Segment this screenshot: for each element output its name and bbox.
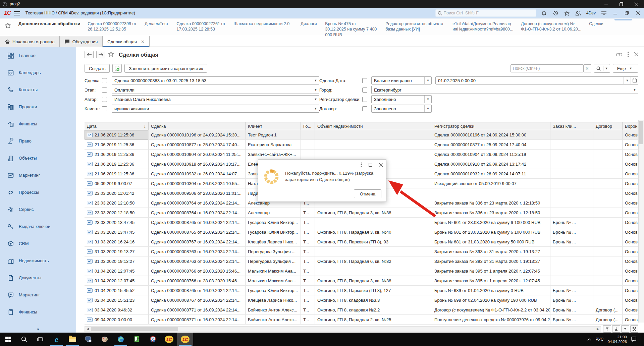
show-desktop-button[interactable] bbox=[641, 333, 643, 346]
next-page-button[interactable] bbox=[621, 325, 629, 333]
favorites-star-icon[interactable] bbox=[564, 10, 570, 16]
taskbar-file-explorer[interactable] bbox=[64, 333, 80, 346]
sidebar-item-finance-2[interactable]: Финансы bbox=[0, 303, 76, 321]
table-row[interactable]: 31.03.2020 19:13:27 Сделка 000000008763 … bbox=[85, 247, 638, 256]
chevron-down-icon[interactable]: ▼ bbox=[312, 105, 319, 112]
tab-close-icon[interactable]: ✕ bbox=[141, 39, 145, 44]
sidebar-item-documents[interactable]: Документы bbox=[0, 269, 76, 286]
taskbar-remote-desktop[interactable] bbox=[80, 333, 97, 346]
sidebar-item-contacts[interactable]: Контакты bbox=[0, 81, 76, 98]
clear-search-icon[interactable]: ✕ bbox=[584, 64, 591, 72]
filter-city-input[interactable]: Екатеринбург▼ bbox=[371, 86, 638, 94]
filter-author-checkbox[interactable] bbox=[102, 97, 107, 102]
favorite-link[interactable]: e1cib/data/Документ.Реализац ияНедвижимо… bbox=[452, 21, 514, 32]
language-indicator[interactable]: РУС bbox=[595, 337, 603, 342]
favorite-link[interactable]: Договор (с покупателем) № Ф1-О-ГП-8-Кл-3… bbox=[521, 21, 582, 32]
sidebar-item-keys[interactable]: Выдача ключей bbox=[0, 218, 76, 235]
sidebar-item-marketing-2[interactable]: Маркетинг bbox=[0, 286, 76, 303]
sidebar-item-marketing[interactable]: Маркетинг bbox=[0, 167, 76, 184]
global-search-field[interactable] bbox=[443, 11, 534, 15]
filter-stage-checkbox[interactable] bbox=[102, 88, 107, 93]
sidebar-item-sales[interactable]: Продажи bbox=[0, 98, 76, 115]
task-view-button[interactable] bbox=[32, 333, 48, 346]
favorite-link[interactable]: Сделка 000000027261 от 17.03.2025 12:28:… bbox=[176, 21, 226, 32]
minimize-button[interactable] bbox=[599, 0, 614, 8]
scrollbar-thumb[interactable] bbox=[639, 121, 643, 144]
column-header-registrar[interactable]: Регистратор сделки bbox=[432, 122, 550, 130]
sidebar-item-realty[interactable]: Недвижимость bbox=[0, 252, 76, 269]
column-header-city[interactable]: Го... bbox=[301, 122, 315, 130]
forward-button[interactable] bbox=[96, 51, 105, 58]
taskbar-clock[interactable]: 21:00 04.04.2026 bbox=[607, 335, 627, 344]
app-close-icon[interactable] bbox=[635, 10, 641, 16]
table-row[interactable]: 31.03.2020 19:13:27 Сделка 000000008763 … bbox=[85, 256, 638, 266]
taskbar-1c-enterprise-active[interactable]: 1С bbox=[177, 333, 193, 346]
go-to-bottom-button[interactable] bbox=[612, 325, 620, 333]
column-header-date[interactable]: Дата↓ bbox=[85, 122, 149, 130]
favorite-link[interactable]: ДелаемТест bbox=[145, 21, 169, 26]
table-row[interactable]: 31.03.2020 16:24:16 Сделка 000000008767 … bbox=[85, 237, 638, 247]
filter-deal-input[interactable]: Сделка 000000020383 от 03.01.2025 13:18:… bbox=[112, 76, 319, 84]
fill-characteristics-button[interactable]: Заполнить реквизиты характеристик bbox=[124, 64, 207, 73]
filter-registrar-input[interactable]: Заполнено▼ bbox=[371, 95, 432, 103]
filter-deal-checkbox[interactable] bbox=[102, 78, 107, 83]
scrollbar-thumb[interactable] bbox=[91, 327, 178, 331]
favorite-link[interactable]: Дополнительные обработки bbox=[18, 21, 80, 27]
tray-expand-icon[interactable] bbox=[587, 337, 591, 342]
calendar-icon[interactable] bbox=[631, 77, 638, 84]
chevron-down-icon[interactable]: ▼ bbox=[312, 96, 319, 103]
table-row[interactable]: 23.03.2020 12:18:50 Сделка 000000008764 … bbox=[85, 208, 638, 218]
chevron-down-icon[interactable]: ▼ bbox=[424, 77, 431, 84]
sidebar-item-calendar[interactable]: Календарь bbox=[0, 64, 76, 81]
filter-stage-input[interactable]: Оплатили▼ bbox=[112, 86, 319, 94]
chevron-down-icon[interactable]: ▼ bbox=[631, 86, 638, 94]
column-header-contract[interactable]: Договор bbox=[593, 122, 623, 130]
taskbar-edge[interactable] bbox=[113, 333, 129, 346]
action-center-icon[interactable] bbox=[631, 336, 637, 343]
filter-client-checkbox[interactable] bbox=[102, 106, 107, 111]
vertical-scrollbar[interactable] bbox=[638, 120, 644, 323]
filter-contract-checkbox[interactable] bbox=[362, 106, 367, 111]
taskbar-search-button[interactable] bbox=[16, 333, 32, 346]
favorite-link[interactable]: Шахматка недвижимости 2.0 bbox=[233, 21, 293, 26]
column-header-client[interactable]: Клиент bbox=[246, 122, 301, 130]
dialog-maximize-icon[interactable] bbox=[369, 163, 372, 168]
form-menu-kebab-icon[interactable] bbox=[628, 52, 629, 58]
filter-deal-date-checkbox[interactable] bbox=[362, 78, 367, 83]
app-restore-icon[interactable] bbox=[623, 10, 630, 16]
filter-city-checkbox[interactable] bbox=[362, 88, 367, 93]
table-row[interactable]: 23.03.2020 13:47:45 Сделка 000000008765 … bbox=[85, 227, 638, 237]
favorites-scrollbar-thumb[interactable] bbox=[614, 19, 632, 20]
table-row[interactable]: 21.06.2019 11:25:36 Сделка 000000010196 … bbox=[85, 130, 638, 140]
column-header-order[interactable]: Заказ кли... bbox=[550, 122, 593, 130]
create-button[interactable]: Создать bbox=[85, 64, 110, 73]
search-split-button[interactable]: ▼ bbox=[594, 64, 610, 73]
close-button[interactable] bbox=[629, 0, 644, 8]
start-button[interactable] bbox=[0, 333, 16, 346]
filter-author-input[interactable]: Иванова Ольга Николаевна▼ bbox=[112, 95, 319, 103]
sidebar-more-chevron-icon[interactable]: ▼ bbox=[0, 328, 76, 331]
taskbar-paint[interactable] bbox=[97, 333, 113, 346]
favorite-link[interactable]: Бронь № 475 от 30.12.2025 на сумму 7 480… bbox=[325, 21, 378, 38]
column-header-property[interactable]: Объект недвижимости bbox=[315, 122, 432, 130]
column-header-deal[interactable]: Сделка bbox=[149, 122, 246, 130]
favorites-star-outline-icon[interactable] bbox=[5, 21, 11, 30]
table-row[interactable]: 23.03.2020 13:47:45 Сделка 000000008765 … bbox=[85, 218, 638, 227]
favorite-link[interactable]: Диалоги bbox=[301, 21, 318, 26]
taskbar-xml-editor[interactable] bbox=[129, 333, 145, 346]
more-button[interactable]: Еще▼ bbox=[613, 64, 638, 73]
favorite-link[interactable]: Редактор реквизитов объекта базы данных … bbox=[385, 21, 445, 32]
tab-deals-general[interactable]: Сделки общая ✕ bbox=[103, 36, 149, 47]
filter-deal-date-value[interactable]: 01.02.2025 0:00:00▼ bbox=[435, 76, 638, 84]
list-search-input[interactable]: Поиск (Ctrl+F) bbox=[511, 64, 584, 72]
app-minimize-icon[interactable] bbox=[612, 10, 619, 16]
discussions-users-icon[interactable] bbox=[575, 10, 582, 16]
get-link-icon[interactable] bbox=[616, 52, 622, 57]
tab-home[interactable]: Начальная страница bbox=[0, 36, 60, 47]
taskbar-snipping-tool[interactable] bbox=[145, 333, 161, 346]
table-row[interactable]: 21.06.2019 11:25:36 Сделка 000000010877 … bbox=[85, 140, 638, 150]
chevron-down-icon[interactable]: ▼ bbox=[312, 77, 319, 84]
filter-client-input[interactable]: иришка чикипики▼ bbox=[112, 105, 319, 113]
form-close-icon[interactable] bbox=[634, 52, 638, 57]
service-menu-icon[interactable] bbox=[600, 10, 607, 16]
